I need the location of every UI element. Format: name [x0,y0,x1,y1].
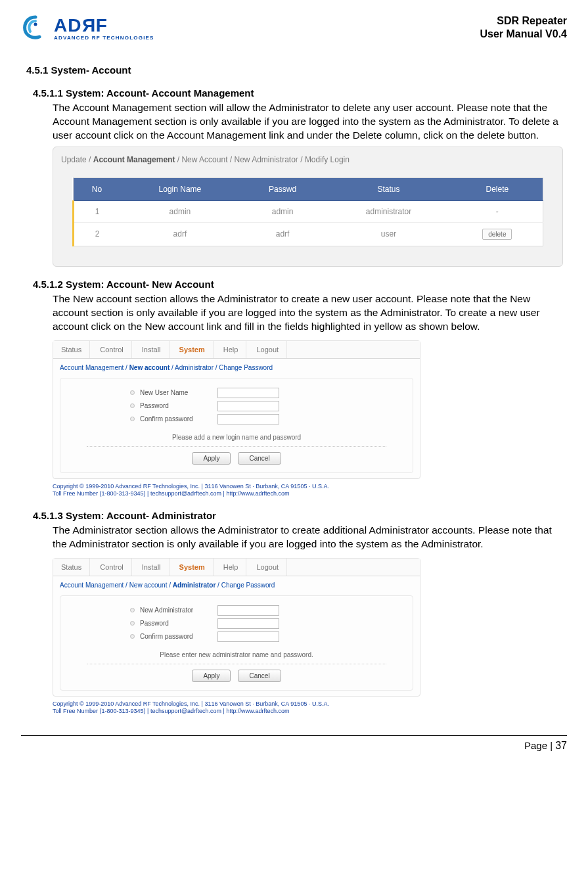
cancel-button[interactable]: Cancel [238,670,281,682]
label-new-admin: New Administrator [140,607,212,614]
page-footer: Page | 37 [21,735,567,752]
tab-logout[interactable]: Logout [248,341,287,358]
label-confirm: Confirm password [140,415,212,423]
tab-bar: Status Control Install System Help Logou… [53,559,420,576]
bullet-icon [130,621,135,626]
tab-status[interactable]: Status [53,341,90,358]
tab-install[interactable]: Install [134,559,170,576]
bullet-icon [130,608,135,612]
bullet-icon [130,390,135,395]
bullet-icon [130,417,135,421]
new-user-input[interactable] [217,388,279,398]
tab-logout[interactable]: Logout [248,559,287,576]
tab-system[interactable]: System [171,341,214,358]
tab-status[interactable]: Status [53,559,90,576]
body-4511: The Account Management section will allo… [53,101,563,143]
logo-text: ADRF [54,15,154,36]
tab-help[interactable]: Help [215,559,247,576]
col-login: Login Name [120,177,240,200]
admin-breadcrumb: Account Management / New account / Admin… [53,576,420,591]
bullet-icon [130,403,135,408]
bullet-icon [130,634,135,639]
heading-4512: 4.5.1.2 System: Account- New Account [33,279,563,290]
logo-subtitle: ADVANCED RF TECHNOLOGIES [54,35,154,41]
tab-help[interactable]: Help [215,341,247,358]
cancel-button[interactable]: Cancel [238,452,281,465]
heading-451: 4.5.1 System- Account [26,64,563,76]
tab-system[interactable]: System [171,559,214,576]
apply-button[interactable]: Apply [192,670,231,682]
body-4512: The New account section allows the Admin… [53,292,563,334]
label-password: Password [140,620,212,627]
acct-table: No Login Name Passwd Status Delete 1 adm… [72,177,543,246]
admin-password-input[interactable] [217,618,279,629]
admin-form: New Administrator Password Confirm passw… [60,595,413,691]
col-delete: Delete [452,177,543,200]
tab-control[interactable]: Control [92,341,131,358]
tab-install[interactable]: Install [134,341,170,358]
table-row: 2 adrf adrf user delete [73,222,543,246]
col-no: No [73,177,120,200]
tab-control[interactable]: Control [92,559,131,576]
label-password: Password [140,402,212,409]
tab-bar: Status Control Install System Help Logou… [53,341,420,359]
copyright-note: Copyright © 1999-2010 Advanced RF Techno… [53,700,420,716]
acct-mgmt-panel: Update / Account Management / New Accoun… [53,147,563,267]
new-admin-input[interactable] [217,605,279,616]
password-input[interactable] [217,401,279,411]
col-status: Status [325,177,451,200]
label-confirm: Confirm password [140,633,212,640]
body-4513: The Administrator section allows the Adm… [53,524,563,551]
new-acct-form: New User Name Password Confirm password … [60,378,413,473]
form-msg: Please add a new login name and password [67,434,406,441]
admin-panel: Status Control Install System Help Logou… [53,558,420,697]
apply-button[interactable]: Apply [192,452,231,465]
confirm-password-input[interactable] [217,414,279,424]
heading-4511: 4.5.1.1 System: Account- Account Managem… [33,87,563,99]
form-msg: Please enter new administrator name and … [67,651,406,658]
new-acct-breadcrumb: Account Management / New account / Admin… [53,359,420,374]
doc-header: ADRF ADVANCED RF TECHNOLOGIES SDR Repeat… [21,14,567,46]
doc-title: SDR Repeater User Manual V0.4 [480,14,568,41]
heading-4513: 4.5.1.3 System: Account- Administrator [33,510,563,521]
logo-swirl-icon [21,14,50,41]
label-new-user: New User Name [140,389,212,396]
admin-confirm-input[interactable] [217,631,279,642]
svg-point-0 [34,23,37,26]
col-passwd: Passwd [240,177,326,200]
new-acct-panel: Status Control Install System Help Logou… [53,340,420,479]
delete-button[interactable]: delete [482,229,512,240]
copyright-note: Copyright © 1999-2010 Advanced RF Techno… [53,483,420,498]
table-row: 1 admin admin administrator - [73,200,543,222]
logo: ADRF ADVANCED RF TECHNOLOGIES [21,14,154,41]
acct-mgmt-breadcrumb: Update / Account Management / New Accoun… [57,152,558,171]
